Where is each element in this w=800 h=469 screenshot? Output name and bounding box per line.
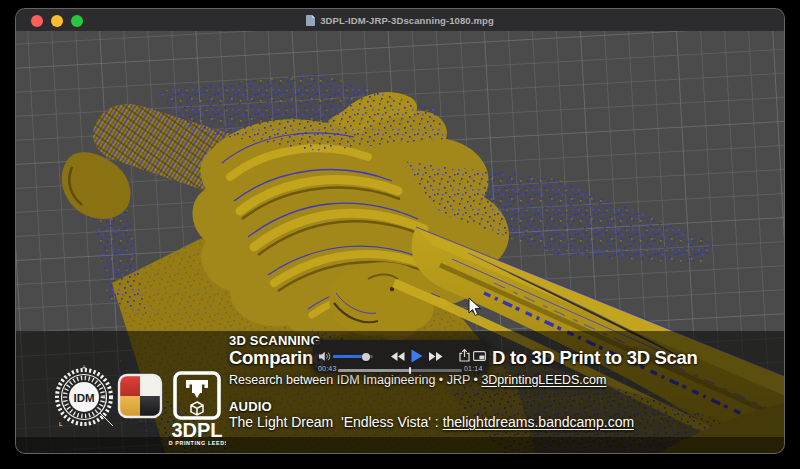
- audio-link: thelightdreams.bandcamp.com: [443, 414, 634, 430]
- idm-l-mark: L: [59, 421, 63, 427]
- 3dpl-logo: 3DPL 3D PRINTING LEEDS: [168, 371, 226, 449]
- audio-label: AUDIO: [229, 399, 272, 414]
- cube-icon: [191, 402, 203, 415]
- lower-third: 3D SCANNING Comparing D to 3D Print to 3…: [16, 31, 785, 454]
- volume-slider[interactable]: [333, 355, 373, 358]
- audio-credit: The Light Dream 'Endless Vista' : thelig…: [229, 414, 634, 430]
- document-icon: [306, 15, 315, 26]
- fast-forward-button[interactable]: [429, 352, 443, 361]
- research-link: 3DprintingLEEDS.com: [481, 373, 606, 387]
- audio-text: The Light Dream 'Endless Vista' :: [229, 414, 443, 430]
- window-title-area: 3DPL-IDM-JRP-3Dscanning-1080.mpg: [16, 9, 784, 31]
- rewind-button[interactable]: [391, 352, 405, 361]
- research-text: Research between IDM Imagineering • JRP …: [229, 373, 481, 387]
- 3d-printer-icon: [186, 380, 208, 398]
- elapsed-time: 00:43: [318, 365, 337, 372]
- volume-icon: [319, 351, 331, 362]
- 3dpl-wordmark: 3DPL: [171, 419, 222, 441]
- window-title: 3DPL-IDM-JRP-3Dscanning-1080.mpg: [320, 15, 494, 26]
- research-credit: Research between IDM Imagineering • JRP …: [229, 373, 606, 387]
- play-button[interactable]: [411, 349, 423, 363]
- share-button[interactable]: [459, 349, 470, 362]
- scanning-label: 3D SCANNING: [229, 333, 321, 348]
- picture-in-picture-button[interactable]: [473, 351, 486, 361]
- progress-played: [338, 369, 410, 372]
- video-surface[interactable]: 3D SCANNING Comparing D to 3D Print to 3…: [16, 31, 785, 454]
- duration-time: 01:14: [464, 365, 483, 372]
- idm-logo: IDM + L: [51, 364, 117, 430]
- volume-fill: [333, 355, 366, 358]
- 3dpl-subtitle: 3D PRINTING LEEDS: [168, 440, 226, 446]
- mouse-cursor: [468, 297, 482, 317]
- playback-panel[interactable]: 00:43 01:14: [313, 340, 489, 373]
- progress-scrubber[interactable]: [409, 367, 411, 375]
- colour-checker-logo: [116, 372, 164, 420]
- idm-plus-mark: +: [82, 364, 86, 371]
- idm-logo-text: IDM: [73, 392, 94, 404]
- titlebar[interactable]: 3DPL-IDM-JRP-3Dscanning-1080.mpg: [16, 9, 784, 32]
- volume-knob[interactable]: [362, 353, 370, 361]
- player-window: 3DPL-IDM-JRP-3Dscanning-1080.mpg: [15, 8, 785, 454]
- progress-bar[interactable]: [338, 369, 462, 372]
- headline-left: Comparing: [229, 347, 324, 369]
- headline-right: D to 3D Print to 3D Scan: [492, 347, 698, 369]
